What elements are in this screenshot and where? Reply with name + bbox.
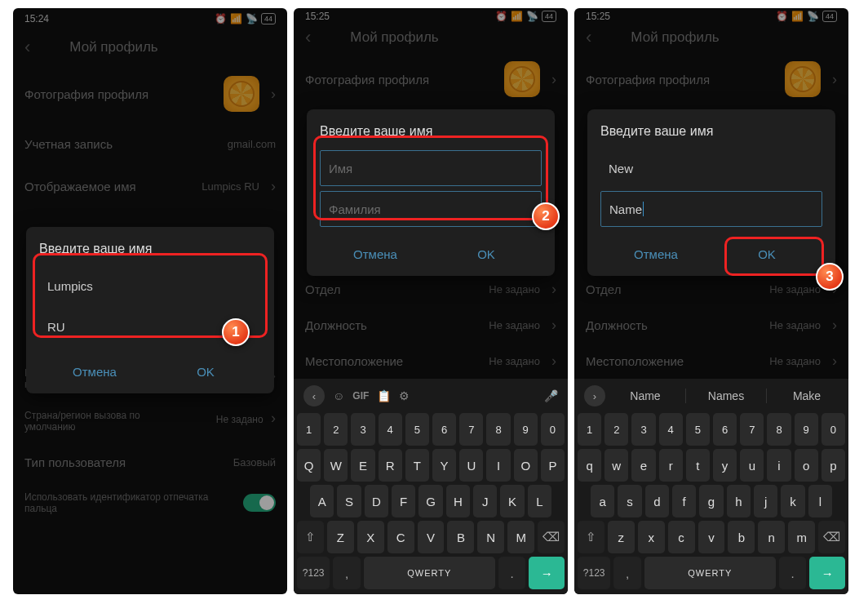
key-n[interactable]: n — [758, 521, 785, 553]
key-L[interactable]: L — [528, 485, 551, 517]
key-T[interactable]: T — [405, 449, 429, 482]
key-I[interactable]: I — [486, 449, 510, 482]
key-0[interactable]: 0 — [541, 413, 565, 446]
ok-button[interactable]: OK — [431, 232, 542, 276]
key-9[interactable]: 9 — [795, 413, 818, 446]
row-fingerprint[interactable]: Использовать идентификатор отпечатка пал… — [13, 483, 287, 522]
key-V[interactable]: V — [418, 521, 445, 553]
cancel-button[interactable]: Отмена — [39, 349, 150, 393]
key-W[interactable]: W — [324, 449, 348, 482]
row-dept[interactable]: Отдел Не задано› — [574, 271, 848, 307]
key-8[interactable]: 8 — [486, 413, 510, 446]
key-q[interactable]: q — [578, 449, 601, 482]
first-name-input[interactable]: New — [600, 150, 822, 186]
shift-key[interactable]: ⇧ — [297, 521, 324, 553]
comma-key[interactable]: , — [333, 557, 361, 589]
row-photo[interactable]: Фотография профиля › — [574, 51, 848, 108]
key-d[interactable]: d — [645, 485, 669, 517]
key-p[interactable]: p — [822, 449, 845, 482]
symbols-key[interactable]: ?123 — [297, 557, 330, 589]
settings-icon[interactable]: ⚙ — [399, 389, 410, 402]
toggle-on[interactable] — [243, 494, 276, 512]
key-x[interactable]: x — [638, 521, 665, 553]
key-R[interactable]: R — [379, 449, 402, 482]
key-1[interactable]: 1 — [297, 413, 321, 446]
key-G[interactable]: G — [418, 485, 442, 517]
first-name-input[interactable]: Имя — [320, 150, 542, 186]
key-3[interactable]: 3 — [351, 413, 374, 446]
spacebar[interactable]: QWERTY — [644, 557, 776, 589]
ok-button[interactable]: OK — [150, 349, 261, 393]
row-loc[interactable]: Местоположение Не задано› — [574, 343, 848, 379]
sticker-icon[interactable]: ☺ — [333, 389, 344, 402]
key-j[interactable]: j — [754, 485, 777, 517]
key-f[interactable]: f — [672, 485, 696, 517]
key-U[interactable]: U — [459, 449, 483, 482]
key-J[interactable]: J — [473, 485, 497, 517]
row-photo[interactable]: Фотография профиля › — [13, 65, 287, 122]
key-k[interactable]: k — [781, 485, 804, 517]
key-7[interactable]: 7 — [459, 413, 483, 446]
row-display-name[interactable]: Отображаемое имя Lumpics RU› — [13, 165, 287, 207]
key-A[interactable]: A — [310, 485, 334, 517]
key-O[interactable]: O — [514, 449, 538, 482]
key-w[interactable]: w — [604, 449, 628, 482]
period-key[interactable]: . — [779, 557, 807, 589]
key-9[interactable]: 9 — [514, 413, 538, 446]
clipboard-icon[interactable]: 📋 — [377, 389, 391, 402]
key-X[interactable]: X — [357, 521, 384, 553]
key-8[interactable]: 8 — [767, 413, 790, 446]
key-M[interactable]: M — [507, 521, 534, 553]
key-4[interactable]: 4 — [659, 413, 683, 446]
suggestion-1[interactable]: Name — [613, 389, 677, 402]
period-key[interactable]: . — [498, 557, 526, 589]
last-name-input[interactable]: Фамилия — [320, 191, 542, 227]
key-s[interactable]: s — [618, 485, 641, 517]
key-o[interactable]: o — [795, 449, 818, 482]
gif-button[interactable]: GIF — [352, 390, 369, 402]
key-N[interactable]: N — [477, 521, 504, 553]
key-7[interactable]: 7 — [740, 413, 764, 446]
enter-key[interactable]: → — [809, 557, 845, 589]
key-2[interactable]: 2 — [324, 413, 348, 446]
key-F[interactable]: F — [392, 485, 415, 517]
key-Z[interactable]: Z — [327, 521, 354, 553]
key-g[interactable]: g — [699, 485, 723, 517]
ok-button[interactable]: OK — [711, 232, 822, 276]
key-z[interactable]: z — [608, 521, 635, 553]
back-icon[interactable]: ‹ — [24, 37, 30, 58]
backspace-key[interactable]: ⌫ — [538, 521, 565, 553]
key-a[interactable]: a — [591, 485, 614, 517]
key-2[interactable]: 2 — [604, 413, 628, 446]
row-role[interactable]: Должность Не задано› — [574, 307, 848, 343]
key-D[interactable]: D — [365, 485, 388, 517]
key-6[interactable]: 6 — [432, 413, 456, 446]
key-i[interactable]: i — [767, 449, 790, 482]
key-6[interactable]: 6 — [713, 413, 737, 446]
key-H[interactable]: H — [446, 485, 470, 517]
key-r[interactable]: r — [659, 449, 683, 482]
key-P[interactable]: P — [541, 449, 565, 482]
cancel-button[interactable]: Отмена — [320, 232, 431, 276]
comma-key[interactable]: , — [613, 557, 641, 589]
key-1[interactable]: 1 — [578, 413, 601, 446]
key-e[interactable]: e — [631, 449, 655, 482]
key-0[interactable]: 0 — [822, 413, 845, 446]
row-account[interactable]: Учетная запись gmail.com — [13, 122, 287, 165]
key-Y[interactable]: Y — [432, 449, 456, 482]
last-name-input[interactable]: Name — [600, 191, 822, 227]
suggestion-3[interactable]: Make — [775, 389, 839, 402]
row-dept[interactable]: Отдел Не задано› — [294, 271, 568, 307]
expand-icon[interactable]: › — [584, 385, 605, 406]
key-5[interactable]: 5 — [405, 413, 429, 446]
key-b[interactable]: b — [728, 521, 755, 553]
first-name-input[interactable]: Lumpics — [39, 268, 261, 304]
enter-key[interactable]: → — [529, 557, 565, 589]
key-K[interactable]: K — [500, 485, 524, 517]
key-t[interactable]: t — [686, 449, 710, 482]
key-S[interactable]: S — [337, 485, 361, 517]
key-m[interactable]: m — [788, 521, 815, 553]
spacebar[interactable]: QWERTY — [364, 557, 495, 589]
key-B[interactable]: B — [447, 521, 474, 553]
key-y[interactable]: y — [713, 449, 737, 482]
